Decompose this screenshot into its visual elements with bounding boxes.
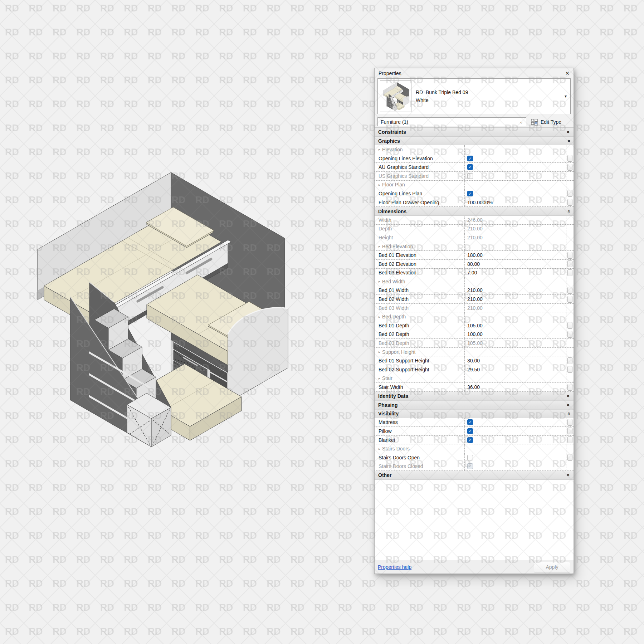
expand-chevron-icon[interactable]: »: [566, 474, 571, 477]
edit-type-button[interactable]: Edit Type: [531, 118, 561, 126]
value-bed-02-support-height[interactable]: 29.50: [467, 367, 480, 372]
section-header-phasing[interactable]: Phasing»: [375, 400, 574, 409]
section-label: Dimensions: [378, 209, 406, 214]
associate-param-button[interactable]: [567, 428, 572, 434]
property-row-opening-lines-elevation: Opening Lines Elevation✓: [375, 154, 574, 163]
collapse-chevron-icon[interactable]: »: [566, 140, 571, 142]
section-header-other[interactable]: Other»: [375, 471, 574, 480]
type-selector[interactable]: RD_Bunk Triple Bed 09 White ▾: [377, 78, 571, 114]
label-cell: Bed 01 Elevation: [375, 251, 465, 259]
group-expand-icon[interactable]: ▸: [379, 183, 380, 187]
type-dropdown-icon[interactable]: ▾: [565, 94, 567, 99]
param-label: Bed Elevation: [382, 244, 413, 249]
associate-param-button[interactable]: [567, 164, 572, 171]
section-header-dimensions[interactable]: Dimensions»: [375, 207, 574, 216]
collapse-chevron-icon[interactable]: »: [566, 412, 571, 415]
associate-param-button[interactable]: [567, 384, 572, 391]
checkbox-blanket[interactable]: ✓: [467, 437, 473, 443]
label-cell: ▸Stair: [375, 374, 465, 383]
expand-chevron-icon[interactable]: »: [566, 395, 571, 397]
group-expand-icon[interactable]: ▸: [379, 376, 380, 380]
value-floor-plan-drawer-opening[interactable]: 100.0000%: [467, 200, 493, 205]
value-bed-02-width[interactable]: 210.00: [467, 296, 483, 302]
property-row-floor-plan-drawer-opening: Floor Plan Drawer Opening100.0000%: [375, 198, 574, 207]
group-expand-icon[interactable]: ▸: [379, 244, 380, 248]
property-grid: Constraints»Graphics»▸ElevationOpening L…: [375, 128, 574, 480]
property-row-blanket: Blanket✓: [375, 436, 574, 445]
associate-param-button[interactable]: [567, 296, 572, 303]
value-bed-01-support-height[interactable]: 30.00: [467, 358, 480, 364]
value-bed-01-width[interactable]: 210.00: [467, 287, 483, 293]
expand-chevron-icon[interactable]: »: [566, 404, 571, 406]
value-cell: [465, 444, 566, 453]
associate-param-button[interactable]: [567, 155, 572, 162]
associate-param-button[interactable]: [567, 252, 572, 259]
property-row-bed-01-support-height: Bed 01 Support Height30.00: [375, 356, 574, 365]
param-label: Blanket: [379, 437, 395, 443]
param-label: Stairs Doors Open: [379, 455, 420, 460]
section-header-graphics[interactable]: Graphics»: [375, 137, 574, 146]
param-label: Bed 03 Elevation: [379, 270, 416, 275]
value-bed-01-elevation[interactable]: 180.00: [467, 252, 483, 258]
value-width: 246.00: [467, 217, 483, 223]
label-cell: ▸Stairs Doors: [375, 444, 465, 453]
value-stair-width[interactable]: 36.00: [467, 384, 480, 390]
checkbox-opening-lines-elevation[interactable]: ✓: [467, 156, 473, 161]
associate-param-button[interactable]: [567, 331, 572, 338]
associate-param-button[interactable]: [567, 436, 572, 443]
close-icon[interactable]: ✕: [565, 70, 570, 76]
section-header-visibility[interactable]: Visibility»: [375, 409, 574, 418]
type-text: RD_Bunk Triple Bed 09 White: [416, 89, 565, 103]
param-label: Height: [379, 235, 393, 240]
property-row-bed-01-width: Bed 01 Width210.00: [375, 286, 574, 295]
value-bed-03-width: 210.00: [467, 305, 483, 311]
checkbox-mattress[interactable]: ✓: [467, 419, 473, 425]
associate-cell: [566, 145, 574, 154]
value-cell: [465, 242, 566, 251]
checkbox-pillow[interactable]: ✓: [467, 428, 473, 434]
checkbox-au-graphics-standard[interactable]: ✓: [467, 164, 473, 170]
group-expand-icon[interactable]: ▸: [379, 279, 380, 283]
param-label: Bed 03 Depth: [379, 340, 409, 346]
property-row-pillow: Pillow✓: [375, 427, 574, 436]
associate-param-button[interactable]: [567, 287, 572, 294]
associate-cell: [566, 163, 574, 171]
param-label: Opening Lines Plan: [379, 191, 422, 196]
associate-param-button[interactable]: [567, 366, 572, 373]
associate-param-button[interactable]: [567, 269, 572, 276]
associate-param-button[interactable]: [567, 454, 572, 461]
section-header-constraints[interactable]: Constraints»: [375, 128, 574, 137]
associate-param-button[interactable]: [567, 357, 572, 364]
checkbox-us-graphics-standard: [467, 173, 473, 179]
checkbox-stairs-doors-open[interactable]: [467, 455, 473, 460]
group-expand-icon[interactable]: ▸: [379, 315, 380, 319]
associate-param-button[interactable]: [567, 190, 572, 197]
group-expand-icon[interactable]: ▸: [379, 447, 380, 451]
associate-param-button[interactable]: [567, 419, 572, 426]
param-label: Bed Depth: [382, 314, 406, 319]
collapse-chevron-icon[interactable]: »: [566, 210, 571, 213]
value-bed-01-depth[interactable]: 105.00: [467, 323, 483, 328]
expand-chevron-icon[interactable]: »: [566, 131, 571, 133]
associate-cell: [566, 172, 574, 180]
section-header-identity-data[interactable]: Identity Data»: [375, 392, 574, 401]
apply-button[interactable]: Apply: [534, 562, 570, 572]
group-expand-icon[interactable]: ▸: [379, 350, 380, 354]
label-cell: Mattress: [375, 418, 465, 427]
properties-help-link[interactable]: Properties help: [378, 564, 411, 570]
associate-param-button[interactable]: [567, 322, 572, 329]
value-cell: [465, 145, 566, 154]
param-label: Floor Plan Drawer Opening: [379, 200, 439, 205]
label-cell: Bed 01 Depth: [375, 321, 465, 330]
value-bed-02-depth[interactable]: 100.00: [467, 331, 483, 337]
associate-param-button[interactable]: [567, 199, 572, 206]
group-expand-icon[interactable]: ▸: [379, 147, 380, 151]
checkbox-opening-lines-plan[interactable]: ✓: [467, 191, 473, 196]
value-bed-02-elevation[interactable]: 80.00: [467, 261, 480, 267]
param-label: Bed 01 Support Height: [379, 358, 429, 364]
associate-param-button[interactable]: [567, 260, 572, 267]
value-bed-03-elevation[interactable]: 7.00: [467, 270, 477, 275]
property-row-bed-03-depth: Bed 03 Depth105.00: [375, 339, 574, 348]
selection-filter-combobox[interactable]: Furniture (1) ⌄: [377, 117, 526, 126]
value-cell: 105.00: [465, 321, 566, 330]
